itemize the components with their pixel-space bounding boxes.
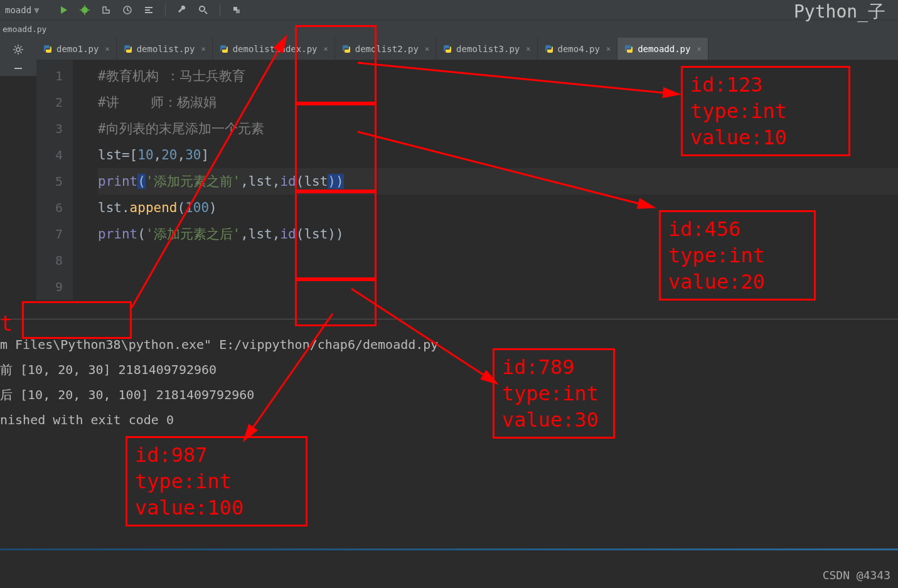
python-file-icon [123, 44, 133, 54]
python-file-icon [442, 44, 452, 54]
collapse-icon[interactable] [13, 63, 23, 76]
svg-rect-8 [145, 9, 150, 11]
sync-icon[interactable] [232, 4, 242, 16]
tab-label: demolist3.py [456, 44, 520, 54]
code-line-6[interactable]: lst.append(100) [98, 195, 898, 221]
concurrent-icon[interactable] [144, 4, 154, 16]
watermark: CSDN @4343 [823, 569, 890, 582]
side-controls [0, 38, 36, 76]
svg-line-11 [205, 11, 207, 14]
line-number: 5 [36, 168, 63, 195]
python-file-icon [544, 44, 554, 54]
code-line-2[interactable]: #讲 师：杨淑娟 [98, 89, 898, 115]
debug-icon[interactable] [80, 4, 90, 16]
python-file-icon [219, 44, 229, 54]
console-line: m Files\Python38\python.exe" E:/vippytho… [0, 332, 898, 357]
svg-point-1 [82, 7, 88, 13]
tab-label: demo4.py [558, 44, 600, 54]
breadcrumb[interactable]: moadd ▼ [5, 5, 40, 15]
close-icon[interactable]: × [526, 45, 530, 53]
editor-area: demo1.py × demolist.py × demolistindex.p… [0, 38, 898, 300]
line-number: 6 [36, 195, 63, 221]
close-icon[interactable]: × [606, 45, 611, 53]
code-line-1[interactable]: #教育机构 ：马士兵教育 [98, 63, 898, 89]
breadcrumb-item: moadd [5, 5, 31, 15]
app-title: Python_子 [794, 0, 885, 24]
tab-demolist3[interactable]: demolist3.py × [436, 38, 537, 60]
svg-rect-9 [145, 12, 152, 13]
svg-marker-0 [61, 6, 67, 14]
annotation-box-4: id:987 type:int value:100 [126, 436, 307, 527]
editor-tabs: demo1.py × demolist.py × demolistindex.p… [36, 38, 898, 60]
python-file-icon [43, 44, 53, 54]
line-number: 9 [36, 274, 63, 300]
tab-demo4[interactable]: demo4.py × [538, 38, 618, 60]
code-editor[interactable]: 1 2 3 4 5 6 7 8 9 #教育机构 ：马士兵教育 #讲 师：杨淑娟 … [36, 60, 898, 300]
svg-rect-13 [236, 9, 240, 13]
code-line-8[interactable] [98, 247, 898, 274]
toolbar: moadd ▼ Python_子 [0, 0, 898, 20]
console-line: nished with exit code 0 [0, 407, 898, 432]
file-path-label: emoadd.py [3, 24, 46, 34]
close-icon[interactable]: × [323, 45, 328, 53]
line-number-gutter: 1 2 3 4 5 6 7 8 9 [36, 60, 73, 300]
svg-rect-7 [145, 7, 152, 8]
divider [220, 4, 220, 16]
line-number: 3 [36, 115, 63, 142]
code-line-9[interactable] [98, 274, 898, 300]
file-path-tab: emoadd.py [0, 20, 898, 38]
tab-demolistindex[interactable]: demolistindex.py × [213, 38, 335, 60]
code-line-4[interactable]: lst=[10,20,30] [98, 142, 898, 168]
line-number: 7 [36, 221, 63, 247]
close-icon[interactable]: × [201, 45, 205, 53]
wrench-icon[interactable] [177, 4, 187, 16]
svg-point-10 [200, 6, 205, 11]
tab-demolist2[interactable]: demolist2.py × [335, 38, 436, 60]
divider [165, 4, 166, 16]
toolbar-actions [60, 4, 242, 16]
python-file-icon [624, 44, 634, 54]
tab-label: demolist2.py [355, 44, 419, 54]
profile-icon[interactable] [122, 4, 132, 16]
dropdown-arrow-icon: ▼ [34, 5, 39, 15]
bottom-divider [0, 548, 898, 550]
svg-point-14 [16, 48, 20, 51]
code-line-7[interactable]: print('添加元素之后',lst,id(lst)) [98, 221, 898, 247]
tab-demolist[interactable]: demolist.py × [117, 38, 213, 60]
close-icon[interactable]: × [105, 45, 109, 53]
tab-demoadd[interactable]: demoadd.py × [617, 38, 708, 60]
code-content[interactable]: #教育机构 ：马士兵教育 #讲 师：杨淑娟 #向列表的末尾添加一个元素 lst=… [73, 60, 898, 300]
tab-label: demoadd.py [638, 44, 690, 54]
run-icon[interactable] [60, 4, 68, 16]
tab-demo1[interactable]: demo1.py × [36, 38, 117, 60]
tab-label: demo1.py [56, 44, 99, 54]
tab-label: demolistindex.py [233, 44, 318, 54]
svg-rect-15 [14, 68, 22, 69]
code-line-3[interactable]: #向列表的末尾添加一个元素 [98, 115, 898, 142]
console-line: 前 [10, 20, 30] 2181409792960 [0, 357, 898, 382]
line-number: 2 [36, 89, 63, 115]
code-line-5[interactable]: print('添加元素之前',lst,id(lst)) [98, 168, 898, 195]
line-number: 4 [36, 142, 63, 168]
coverage-icon[interactable] [101, 4, 111, 16]
line-number: 1 [36, 63, 63, 89]
search-icon[interactable] [198, 4, 208, 16]
line-number: 8 [36, 247, 63, 274]
console-output: m Files\Python38\python.exe" E:/vippytho… [0, 319, 898, 432]
close-icon[interactable]: × [697, 45, 701, 53]
python-file-icon [341, 44, 351, 54]
console-line: 后 [10, 20, 30, 100] 2181409792960 [0, 382, 898, 407]
settings-icon[interactable] [13, 44, 24, 58]
close-icon[interactable]: × [425, 45, 429, 53]
tab-label: demolist.py [137, 44, 195, 54]
